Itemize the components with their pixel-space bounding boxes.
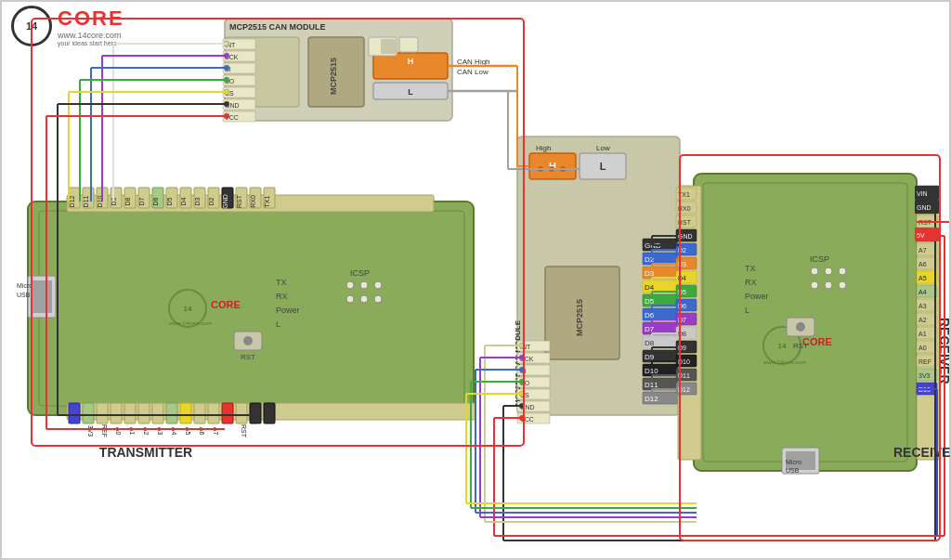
svg-text:D7: D7 [645, 325, 655, 333]
svg-text:D3: D3 [194, 197, 201, 205]
svg-text:RST: RST [241, 424, 247, 438]
svg-rect-62 [111, 403, 122, 423]
svg-text:REF: REF [918, 358, 931, 365]
svg-rect-56 [69, 403, 80, 423]
svg-text:TRANSMITTER: TRANSMITTER [99, 445, 192, 460]
svg-text:L: L [600, 161, 606, 172]
svg-text:Power: Power [276, 306, 300, 315]
svg-rect-72 [180, 403, 191, 423]
svg-text:5V: 5V [227, 427, 233, 436]
svg-text:D10: D10 [645, 367, 658, 375]
svg-point-219 [796, 322, 805, 332]
svg-text:3V3: 3V3 [87, 425, 94, 437]
svg-text:CAN High: CAN High [457, 58, 490, 66]
svg-text:TX1: TX1 [264, 195, 270, 207]
svg-text:D12: D12 [69, 195, 75, 207]
svg-text:RST: RST [241, 353, 255, 361]
svg-text:L: L [408, 87, 413, 97]
svg-text:MCP2515 CAN MODULE: MCP2515 CAN MODULE [229, 22, 326, 32]
svg-rect-119 [381, 39, 397, 54]
svg-rect-21 [32, 280, 52, 313]
svg-text:CAN Low: CAN Low [457, 68, 489, 76]
svg-point-13 [374, 281, 382, 289]
svg-point-18 [243, 336, 253, 345]
svg-text:D8: D8 [645, 339, 655, 347]
svg-text:ICSP: ICSP [350, 268, 370, 278]
svg-rect-66 [138, 403, 150, 423]
svg-text:A2: A2 [918, 317, 927, 323]
svg-text:D4: D4 [645, 283, 655, 292]
svg-text:A6: A6 [918, 261, 927, 267]
svg-point-216 [825, 281, 832, 289]
svg-text:A3: A3 [918, 303, 927, 309]
svg-text:D13: D13 [73, 425, 80, 437]
svg-point-15 [360, 295, 368, 303]
svg-text:GND: GND [222, 194, 228, 209]
svg-point-214 [839, 267, 846, 275]
svg-point-217 [839, 281, 846, 289]
svg-text:D2: D2 [208, 197, 215, 205]
svg-text:RST: RST [793, 342, 808, 350]
svg-point-213 [825, 267, 832, 275]
svg-rect-78 [222, 403, 233, 423]
svg-point-215 [811, 281, 818, 289]
svg-text:D11: D11 [83, 195, 89, 207]
svg-text:RX: RX [276, 292, 288, 301]
svg-rect-84 [264, 403, 275, 423]
svg-text:USB: USB [17, 292, 31, 298]
svg-text:A1: A1 [918, 331, 927, 337]
svg-text:14: 14 [184, 305, 192, 313]
svg-rect-68 [152, 403, 163, 423]
svg-text:VIN: VIN [268, 425, 275, 436]
svg-text:www.14core.com: www.14core.com [762, 359, 806, 365]
svg-text:Micro: Micro [786, 459, 801, 465]
svg-rect-58 [83, 403, 94, 423]
svg-text:A0: A0 [918, 345, 927, 351]
svg-point-16 [374, 295, 382, 303]
svg-point-11 [346, 281, 354, 289]
svg-text:D5: D5 [166, 197, 173, 205]
svg-text:www.14core.com: www.14core.com [168, 320, 212, 326]
svg-rect-80 [236, 403, 247, 423]
svg-text:TX: TX [745, 264, 756, 273]
svg-text:D4: D4 [180, 197, 187, 205]
diagram-svg: 14 CORE www.14core.com TX RX Power L ICS… [2, 2, 951, 560]
main-container: 14 CORE www.14core.com your ideas start … [0, 0, 951, 560]
svg-text:ICSP: ICSP [810, 254, 829, 264]
svg-text:Micro: Micro [17, 282, 33, 289]
svg-rect-64 [124, 403, 136, 423]
svg-text:VIN: VIN [917, 190, 928, 197]
svg-rect-120 [399, 37, 418, 52]
svg-point-212 [811, 267, 818, 275]
svg-text:D5: D5 [645, 297, 655, 306]
svg-text:USB: USB [786, 467, 800, 474]
svg-text:D3: D3 [645, 269, 655, 278]
svg-text:D12: D12 [645, 395, 658, 403]
svg-text:L: L [276, 319, 280, 329]
svg-text:D11: D11 [645, 381, 658, 389]
svg-text:D6: D6 [645, 311, 655, 319]
svg-text:High: High [536, 144, 551, 152]
svg-text:3V3: 3V3 [918, 372, 931, 379]
svg-rect-70 [166, 403, 177, 423]
svg-rect-74 [194, 403, 205, 423]
svg-text:RST: RST [236, 194, 242, 208]
svg-text:D8: D8 [124, 197, 131, 205]
svg-text:REF: REF [101, 424, 108, 437]
svg-text:H: H [408, 57, 414, 66]
svg-point-14 [346, 295, 354, 303]
svg-text:RX: RX [745, 278, 757, 287]
svg-text:D7: D7 [138, 197, 145, 205]
svg-text:Low: Low [596, 144, 610, 152]
svg-text:CORE: CORE [211, 299, 241, 310]
svg-rect-60 [97, 403, 108, 423]
svg-text:14: 14 [778, 342, 787, 350]
svg-text:MCP2515: MCP2515 [575, 299, 584, 336]
svg-point-12 [360, 281, 368, 289]
svg-text:RX0: RX0 [250, 195, 256, 208]
svg-rect-82 [250, 403, 261, 423]
svg-text:RECEIVER: RECEIVER [893, 445, 951, 460]
svg-text:TX: TX [276, 278, 287, 287]
svg-text:A7: A7 [918, 247, 927, 254]
svg-text:5V: 5V [917, 232, 925, 239]
